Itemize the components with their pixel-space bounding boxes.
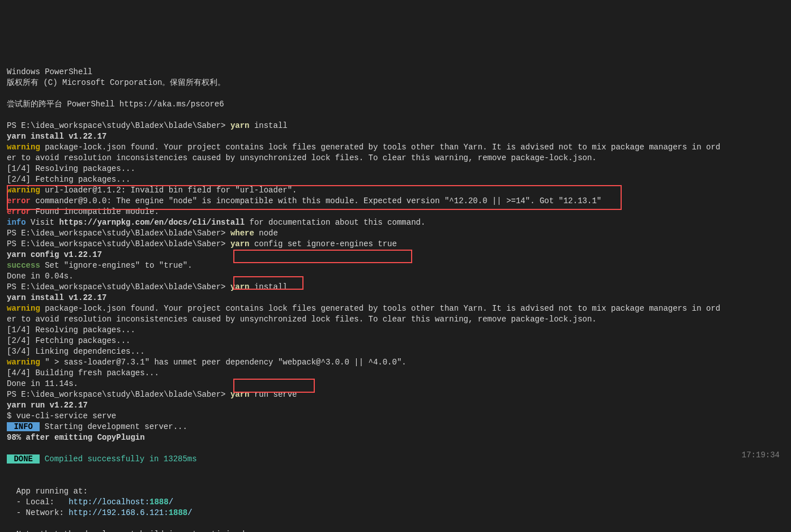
step-fetch-2: [2/4] Fetching packages... [7,336,130,345]
yarn-install-header-1: yarn install v1.22.17 [7,132,106,141]
ps-title: Windows PowerShell [7,67,92,76]
terminal-output[interactable]: Windows PowerShell 版权所有 (C) Microsoft Co… [0,54,791,532]
prompt-2: PS E:\idea_workspace\study\Bladex\blade\… [7,229,230,238]
warn-sass-text: " > sass-loader@7.3.1" has unmet peer de… [40,358,407,367]
step-resolve-1: [1/4] Resolving packages... [7,164,135,173]
step-fetch-1: [2/4] Fetching packages... [7,175,130,184]
info-visit: Visit [26,218,59,227]
vue-cli-line: $ vue-cli-service serve [7,411,116,421]
compile-time: 17:19:34 [742,450,780,461]
ps-copyright: 版权所有 (C) Microsoft Corporation。保留所有权利。 [7,78,225,87]
step-link: [3/4] Linking dependencies... [7,347,145,356]
starting-dev: Starting development server... [40,422,187,431]
network-port: 1888 [169,508,188,517]
warn-pkglock-key-2: warning [7,304,40,313]
done-1: Done in 0.04s. [7,272,74,281]
cmd-where-arg: node [254,229,278,238]
network-label: - Network: [7,508,69,517]
local-label: - Local: [7,497,69,507]
success-text: Set "ignore-engines" to "true". [40,261,193,270]
prompt-1: PS E:\idea_workspace\study\Bladex\blade\… [7,121,230,130]
error-engine-text: commander@9.0.0: The engine "node" is in… [31,196,601,205]
cmd-yarn-1: yarn [230,121,250,130]
warn-pkglock-key-1: warning [7,143,40,152]
info-badge: INFO [7,422,40,431]
warn-urlloader-text: url-loader@1.1.2: Invalid bin field for … [40,186,297,195]
compiled-text: Compiled successfully in 13285ms [40,454,196,464]
cmd-yarn-4: yarn [230,282,250,291]
emit-progress: 98% after emitting CopyPlugin [7,433,145,442]
done-2: Done in 11.14s. [7,379,78,388]
done-badge: DONE [7,454,40,464]
yarn-install-header-2: yarn install v1.22.17 [7,293,106,302]
yarn-config-header: yarn config v1.22.17 [7,250,102,259]
app-running: App running at: [7,487,88,496]
cmd-rest-3: config set ignore-engines true [249,239,396,248]
step-build: [4/4] Building fresh packages... [7,368,159,377]
note-line: Note that the development build is not o… [7,530,249,532]
prompt-3: PS E:\idea_workspace\study\Bladex\blade\… [7,239,230,248]
error-incompat-key: error [7,207,31,216]
warn-sass-key: warning [7,358,40,367]
error-incompat-text: Found incompatible module. [31,207,159,216]
cmd-yarn-3: yarn [230,239,250,248]
warn-urlloader-key: warning [7,186,40,195]
info-url: https://yarnpkg.com/en/docs/cli/install [59,218,245,227]
local-slash: / [169,497,173,507]
info-tail: for documentation about this command. [245,218,425,227]
prompt-5: PS E:\idea_workspace\study\Bladex\blade\… [7,390,230,399]
cmd-yarn-5: yarn [230,390,250,399]
local-port: 1888 [149,497,169,507]
step-resolve-2: [1/4] Resolving packages... [7,325,135,334]
cmd-rest-4: install [249,282,287,291]
network-slash: / [187,508,192,517]
success-key: success [7,261,40,270]
cmd-rest-1: install [249,121,287,130]
warn-pkglock-text-1: package-lock.json found. Your project co… [7,143,720,162]
network-url[interactable]: http://192.168.6.121: [69,508,168,517]
prompt-4: PS E:\idea_workspace\study\Bladex\blade\… [7,282,230,291]
yarn-run-header: yarn run v1.22.17 [7,401,88,410]
highlight-box-config [233,250,412,263]
ps-pscore: 尝试新的跨平台 PowerShell https://aka.ms/pscore… [7,100,224,109]
error-engine-key: error [7,196,31,205]
cmd-where: where [230,229,254,238]
warn-pkglock-text-2: package-lock.json found. Your project co… [7,304,720,324]
cmd-rest-5: run serve [249,390,297,399]
info-key: info [7,218,26,227]
local-url[interactable]: http://localhost: [69,497,149,507]
